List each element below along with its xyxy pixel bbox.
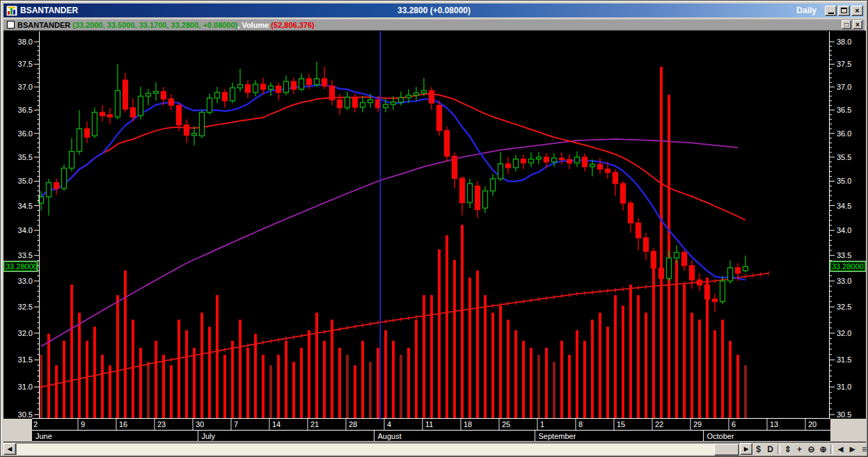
- svg-text:6: 6: [732, 420, 736, 428]
- svg-text:16: 16: [119, 420, 127, 428]
- svg-text:31.5: 31.5: [837, 355, 851, 364]
- svg-text:33.5: 33.5: [18, 251, 33, 259]
- svg-text:31.5: 31.5: [18, 355, 33, 364]
- svg-text:35.0: 35.0: [837, 177, 851, 185]
- svg-text:14: 14: [272, 420, 281, 428]
- toolbar-separator: [778, 444, 780, 454]
- scroll-left-button[interactable]: ◀: [3, 443, 16, 455]
- vertical-scale-button[interactable]: ⇕: [782, 443, 794, 455]
- svg-text:38.0: 38.0: [837, 38, 851, 46]
- prev-security-button[interactable]: ◀: [835, 443, 846, 455]
- svg-text:7: 7: [234, 420, 238, 428]
- svg-text:31.0: 31.0: [18, 383, 33, 391]
- svg-text:34.0: 34.0: [837, 226, 851, 234]
- svg-text:36.0: 36.0: [837, 129, 851, 138]
- periodicity-daily-button[interactable]: D: [764, 443, 776, 455]
- svg-text:22: 22: [655, 420, 663, 428]
- application-window: BSANTANDER 33.2800 (+0.08000) Daily × BS…: [0, 0, 868, 457]
- scroll-left-icon: ◀: [8, 446, 12, 452]
- svg-text:15: 15: [617, 420, 625, 428]
- zoom-in-button[interactable]: ⊕: [817, 443, 829, 455]
- svg-text:29: 29: [693, 420, 702, 428]
- svg-text:30.5: 30.5: [18, 410, 33, 419]
- svg-text:13: 13: [770, 420, 778, 428]
- svg-text:11: 11: [425, 420, 433, 428]
- svg-text:37.5: 37.5: [18, 60, 33, 68]
- pan-button[interactable]: +: [794, 443, 805, 455]
- svg-text:31.0: 31.0: [837, 383, 851, 391]
- svg-text:32.5: 32.5: [837, 303, 851, 311]
- svg-text:September: September: [539, 432, 576, 440]
- svg-text:2: 2: [33, 420, 38, 428]
- svg-text:34.5: 34.5: [837, 202, 851, 210]
- svg-text:25: 25: [502, 420, 510, 428]
- svg-text:June: June: [35, 432, 52, 440]
- last-price-label-right: 33.28000: [832, 262, 864, 271]
- last-price-label-left: 33.28000: [6, 262, 38, 271]
- scrollbar-track[interactable]: [16, 443, 740, 455]
- svg-text:1: 1: [540, 420, 544, 428]
- svg-text:30: 30: [196, 420, 204, 428]
- svg-text:36.0: 36.0: [18, 129, 33, 138]
- chart-canvas[interactable]: 29162330714212841118251815222961320JuneJ…: [1, 1, 868, 457]
- svg-text:21: 21: [310, 420, 319, 428]
- svg-text:28: 28: [349, 420, 357, 428]
- chart-toolbar: $D⇕+⊖⊕◀▶≡: [752, 443, 868, 455]
- svg-text:32.5: 32.5: [18, 303, 33, 311]
- svg-text:October: October: [707, 432, 734, 440]
- svg-text:4: 4: [387, 420, 391, 428]
- chart-list-button[interactable]: ≡: [858, 443, 868, 455]
- svg-text:8: 8: [578, 420, 583, 428]
- svg-text:36.5: 36.5: [18, 106, 33, 114]
- bottom-scrollbar-row: ◀ ▶ $D⇕+⊖⊕◀▶≡: [3, 443, 865, 455]
- scroll-right-icon: ▶: [744, 446, 748, 452]
- svg-text:30.5: 30.5: [837, 410, 851, 419]
- svg-text:9: 9: [81, 420, 85, 428]
- svg-text:35.5: 35.5: [837, 153, 851, 161]
- next-security-button[interactable]: ▶: [846, 443, 858, 455]
- svg-text:July: July: [202, 432, 216, 440]
- svg-text:32.0: 32.0: [18, 329, 33, 337]
- svg-text:23: 23: [157, 420, 166, 428]
- zoom-out-button[interactable]: ⊖: [805, 443, 817, 455]
- svg-text:37.0: 37.0: [837, 83, 851, 91]
- x-axis: 29162330714212841118251815222961320JuneJ…: [32, 419, 830, 442]
- svg-text:18: 18: [464, 420, 472, 428]
- svg-text:35.0: 35.0: [18, 177, 33, 185]
- dollar-button[interactable]: $: [752, 443, 764, 455]
- scroll-right-button[interactable]: ▶: [740, 443, 752, 455]
- svg-text:35.5: 35.5: [18, 153, 33, 161]
- svg-text:33.0: 33.0: [837, 277, 851, 285]
- svg-text:37.5: 37.5: [837, 60, 851, 68]
- toolbar-separator: [830, 444, 833, 454]
- svg-text:33.0: 33.0: [18, 277, 33, 285]
- svg-text:38.0: 38.0: [18, 38, 33, 46]
- svg-text:34.5: 34.5: [18, 202, 33, 210]
- svg-text:34.0: 34.0: [18, 226, 33, 234]
- svg-text:33.5: 33.5: [837, 251, 851, 259]
- svg-text:36.5: 36.5: [837, 106, 851, 114]
- svg-text:August: August: [378, 432, 402, 440]
- svg-text:32.0: 32.0: [837, 329, 851, 337]
- svg-text:20: 20: [808, 420, 816, 428]
- scrollbar-thumb[interactable]: [714, 444, 739, 456]
- svg-text:37.0: 37.0: [18, 83, 33, 91]
